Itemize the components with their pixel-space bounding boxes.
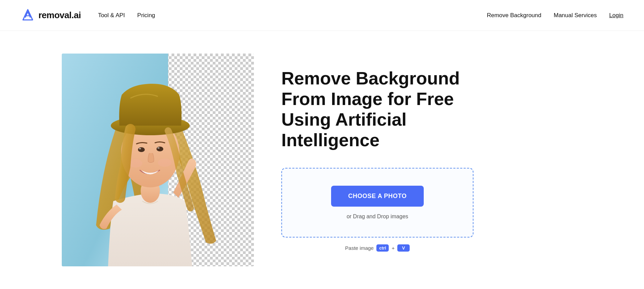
header-right: Remove Background Manual Services Login xyxy=(487,12,623,19)
nav-tool-api[interactable]: Tool & API xyxy=(98,12,125,19)
paste-section: Paste image ctrl + V xyxy=(281,244,473,252)
svg-point-13 xyxy=(157,147,160,149)
ctrl-key-badge: ctrl xyxy=(376,244,389,252)
logo[interactable]: removal.ai xyxy=(21,8,81,23)
nav-manual-services[interactable]: Manual Services xyxy=(554,12,597,19)
hero-title: Remove Background From Image for Free Us… xyxy=(281,68,473,150)
svg-point-11 xyxy=(156,147,163,151)
v-key-badge: V xyxy=(397,244,410,252)
logo-text: removal.ai xyxy=(38,10,81,21)
paste-label: Paste image xyxy=(345,245,374,251)
choose-photo-button[interactable]: CHOOSE A PHOTO xyxy=(331,186,424,207)
nav-left: Tool & API Pricing xyxy=(98,12,155,19)
header: removal.ai Tool & API Pricing Remove Bac… xyxy=(0,0,644,31)
hero-woman-svg xyxy=(62,54,254,266)
drag-drop-text: or Drag and Drop images xyxy=(347,213,408,220)
hero-content: Remove Background From Image for Free Us… xyxy=(281,68,473,251)
nav-login[interactable]: Login xyxy=(609,12,623,19)
svg-point-10 xyxy=(138,147,145,152)
upload-dropzone[interactable]: CHOOSE A PHOTO or Drag and Drop images xyxy=(281,168,473,238)
hero-image-container xyxy=(62,54,254,266)
nav-pricing[interactable]: Pricing xyxy=(137,12,155,19)
svg-point-12 xyxy=(139,148,141,149)
svg-point-15 xyxy=(158,159,172,167)
header-left: removal.ai Tool & API Pricing xyxy=(21,8,155,23)
plus-sign: + xyxy=(391,245,395,251)
logo-icon xyxy=(21,8,35,23)
main-content: Remove Background From Image for Free Us… xyxy=(0,31,644,289)
nav-remove-background[interactable]: Remove Background xyxy=(487,12,541,19)
